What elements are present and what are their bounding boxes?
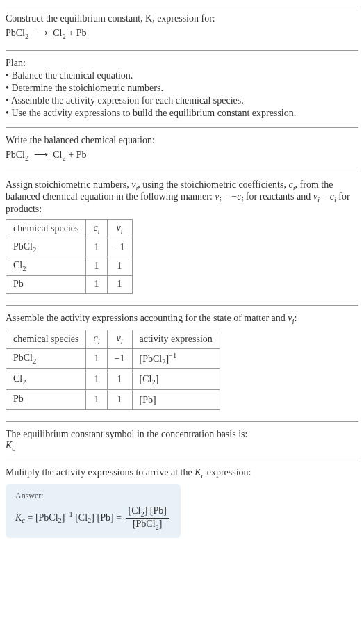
symbol-text: The equilibrium constant symbol in the c… bbox=[6, 429, 358, 440]
plan-section: Plan: • Balance the chemical equation. •… bbox=[6, 50, 358, 127]
col-c: ci bbox=[86, 330, 107, 349]
balanced-equation: PbCl2 ⟶ Cl2 + Pb bbox=[6, 149, 358, 162]
col-c: ci bbox=[86, 220, 107, 238]
col-activity: activity expression bbox=[132, 330, 220, 349]
balanced-title: Write the balanced chemical equation: bbox=[6, 135, 358, 146]
answer-label: Answer: bbox=[15, 491, 171, 501]
col-nu: νi bbox=[107, 220, 132, 238]
multiply-section: Mulitply the activity expressions to arr… bbox=[6, 460, 358, 544]
intro-section: Construct the equilibrium constant, K, e… bbox=[6, 6, 358, 50]
col-nu: νi bbox=[107, 330, 132, 349]
table-row: Cl2 1 1 bbox=[6, 257, 133, 275]
table-row: Cl2 1 1 [Cl2] bbox=[6, 369, 220, 389]
stoich-intro: Assign stoichiometric numbers, νi, using… bbox=[6, 179, 358, 216]
table-row: PbCl2 1 −1 [PbCl2]−1 bbox=[6, 348, 220, 368]
activity-intro: Assemble the activity expressions accoun… bbox=[6, 313, 358, 325]
plan-item: • Assemble the activity expression for e… bbox=[6, 95, 358, 106]
plan-title: Plan: bbox=[6, 58, 358, 69]
symbol-value: Kc bbox=[6, 440, 358, 453]
table-header-row: chemical species ci νi bbox=[6, 220, 133, 238]
stoich-table: chemical species ci νi PbCl2 1 −1 Cl2 1 … bbox=[6, 219, 133, 294]
intro-equation: PbCl2 ⟶ Cl2 + Pb bbox=[6, 27, 358, 40]
table-row: Pb 1 1 bbox=[6, 275, 133, 294]
col-species: chemical species bbox=[6, 330, 86, 349]
activity-section: Assemble the activity expressions accoun… bbox=[6, 305, 358, 421]
plan-item: • Use the activity expressions to build … bbox=[6, 108, 358, 119]
answer-expression: Kc = [PbCl2]−1 [Cl2] [Pb] = [Cl2] [Pb] [… bbox=[15, 505, 171, 531]
col-species: chemical species bbox=[6, 220, 86, 238]
multiply-intro: Mulitply the activity expressions to arr… bbox=[6, 467, 358, 480]
plan-item: • Balance the chemical equation. bbox=[6, 70, 358, 81]
balanced-section: Write the balanced chemical equation: Pb… bbox=[6, 127, 358, 172]
table-row: Pb 1 1 [Pb] bbox=[6, 389, 220, 409]
plan-item: • Determine the stoichiometric numbers. bbox=[6, 83, 358, 94]
table-row: PbCl2 1 −1 bbox=[6, 238, 133, 257]
fraction: [Cl2] [Pb] [PbCl2] bbox=[126, 505, 169, 531]
stoich-section: Assign stoichiometric numbers, νi, using… bbox=[6, 172, 358, 306]
symbol-section: The equilibrium constant symbol in the c… bbox=[6, 421, 358, 460]
intro-text: Construct the equilibrium constant, K, e… bbox=[6, 13, 358, 24]
activity-table: chemical species ci νi activity expressi… bbox=[6, 330, 220, 410]
table-header-row: chemical species ci νi activity expressi… bbox=[6, 330, 220, 349]
answer-box: Answer: Kc = [PbCl2]−1 [Cl2] [Pb] = [Cl2… bbox=[6, 484, 181, 538]
